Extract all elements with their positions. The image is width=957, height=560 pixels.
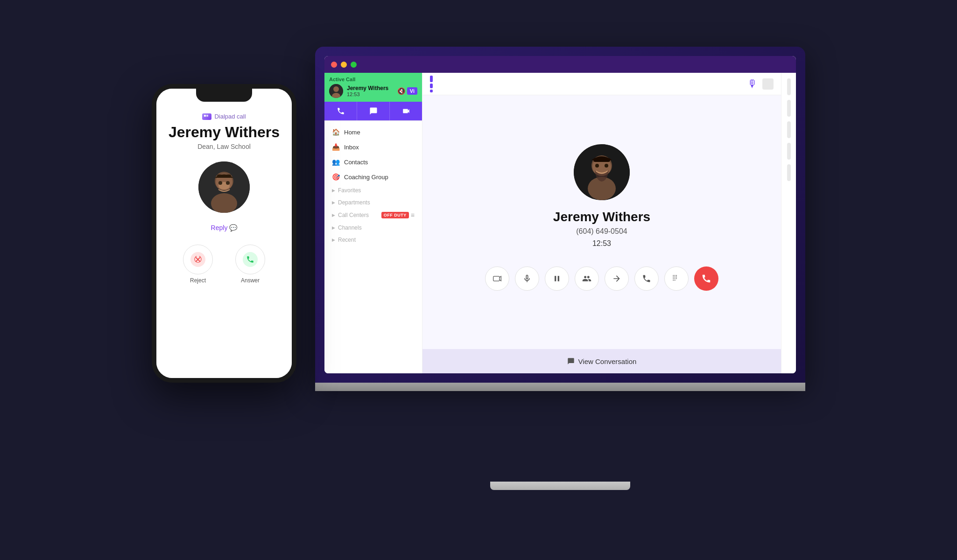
svg-rect-19 bbox=[593, 158, 610, 162]
active-call-actions: 🔇 Vi bbox=[397, 87, 417, 95]
view-conversation-btn[interactable]: View Conversation bbox=[422, 349, 781, 373]
sidebar-action-buttons bbox=[324, 102, 422, 121]
coaching-icon: 🎯 bbox=[332, 173, 339, 181]
mute-icon[interactable]: 🔇 bbox=[397, 87, 405, 95]
swap-button[interactable] bbox=[634, 266, 659, 291]
phone-caller-name: Jeremy Withers bbox=[169, 124, 280, 141]
laptop-device: Active Call Jer bbox=[315, 47, 805, 490]
right-panel-item bbox=[787, 100, 791, 117]
svg-point-11 bbox=[333, 86, 339, 92]
add-user-button[interactable] bbox=[575, 266, 599, 291]
active-call-avatar bbox=[329, 84, 343, 98]
right-panel-toggle[interactable] bbox=[762, 78, 774, 90]
keypad-button[interactable] bbox=[664, 266, 689, 291]
section-recent: ▶ Recent bbox=[324, 234, 422, 246]
favorites-arrow: ▶ bbox=[332, 188, 335, 193]
main-caller-name: Jeremy Withers bbox=[553, 210, 650, 224]
svg-rect-1 bbox=[206, 115, 208, 117]
hold-button[interactable] bbox=[545, 266, 569, 291]
svg-rect-0 bbox=[204, 115, 206, 117]
main-header: 🎙 bbox=[422, 73, 781, 95]
answer-btn-group: Answer bbox=[235, 245, 265, 284]
laptop-body: Active Call Jer bbox=[315, 47, 805, 383]
close-button[interactable] bbox=[331, 62, 337, 68]
sidebar-item-home[interactable]: 🏠 Home bbox=[324, 125, 422, 140]
svg-point-18 bbox=[605, 164, 608, 168]
phone-caller-title: Dean, Law School bbox=[197, 143, 251, 150]
sidebar-item-coaching[interactable]: 🎯 Coaching Group bbox=[324, 169, 422, 184]
active-call-label: Active Call bbox=[329, 77, 417, 82]
answer-button[interactable] bbox=[235, 245, 265, 274]
brand-label: Dialpad call bbox=[214, 113, 246, 120]
maximize-button[interactable] bbox=[351, 62, 357, 68]
active-call-banner: Active Call Jer bbox=[324, 73, 422, 102]
active-call-info: Jeremy Withers 12:53 bbox=[347, 85, 394, 97]
call-button[interactable] bbox=[324, 102, 357, 120]
phone-brand: Dialpad call bbox=[202, 113, 246, 120]
mic-icon[interactable]: 🎙 bbox=[747, 78, 758, 90]
reject-icon bbox=[190, 252, 205, 267]
message-button[interactable] bbox=[357, 102, 390, 120]
answer-label: Answer bbox=[241, 277, 260, 284]
section-favorites: ▶ Favorites bbox=[324, 184, 422, 196]
video-button[interactable] bbox=[390, 102, 422, 120]
mute-button[interactable] bbox=[515, 266, 539, 291]
caller-avatar-large bbox=[574, 144, 630, 200]
end-call-button[interactable] bbox=[694, 266, 718, 291]
inbox-icon: 📥 bbox=[332, 143, 339, 151]
reply-label: Reply bbox=[211, 224, 228, 231]
coaching-label: Coaching Group bbox=[344, 174, 388, 181]
sidebar-item-contacts[interactable]: 👥 Contacts bbox=[324, 154, 422, 169]
laptop-hinge bbox=[315, 383, 805, 391]
sidebar: Active Call Jer bbox=[324, 73, 422, 373]
call-centers-menu-icon[interactable]: ≡ bbox=[411, 211, 415, 219]
sidebar-nav: 🏠 Home 📥 Inbox 👥 Contacts bbox=[324, 121, 422, 250]
home-icon: 🏠 bbox=[332, 128, 339, 136]
svg-point-7 bbox=[218, 181, 222, 185]
record-button[interactable] bbox=[485, 266, 509, 291]
bars-icon bbox=[430, 76, 433, 92]
minimize-button[interactable] bbox=[341, 62, 347, 68]
sidebar-item-inbox[interactable]: 📥 Inbox bbox=[324, 140, 422, 154]
svg-point-8 bbox=[226, 181, 230, 185]
answer-icon bbox=[243, 252, 258, 267]
view-conversation-label: View Conversation bbox=[578, 357, 637, 365]
reply-icon: 💬 bbox=[229, 224, 237, 231]
active-call-time: 12:53 bbox=[347, 91, 394, 97]
channels-label: Channels bbox=[338, 224, 362, 231]
active-call-name: Jeremy Withers bbox=[347, 85, 394, 91]
right-panel-item bbox=[787, 164, 791, 181]
contacts-label: Contacts bbox=[344, 159, 368, 166]
phone-notch bbox=[196, 89, 252, 102]
reject-btn-group: Reject bbox=[183, 245, 213, 284]
section-departments: ▶ Departments bbox=[324, 196, 422, 209]
app-content: Active Call Jer bbox=[324, 73, 796, 373]
right-panel bbox=[781, 73, 796, 373]
laptop-screen: Active Call Jer bbox=[324, 56, 796, 373]
right-panel-item bbox=[787, 78, 791, 95]
call-controls bbox=[485, 266, 718, 291]
phone-device: Dialpad call Jeremy Withers Dean, Law Sc… bbox=[152, 84, 296, 383]
main-call-timer: 12:53 bbox=[592, 239, 611, 248]
reject-label: Reject bbox=[190, 277, 206, 284]
active-call-row: Jeremy Withers 12:53 🔇 Vi bbox=[329, 84, 417, 98]
departments-label: Departments bbox=[338, 199, 370, 206]
recent-label: Recent bbox=[338, 237, 356, 243]
right-panel-item bbox=[787, 143, 791, 160]
phone-action-buttons: Reject Answer bbox=[183, 245, 265, 284]
laptop-titlebar bbox=[324, 56, 796, 73]
call-centers-arrow: ▶ bbox=[332, 213, 335, 217]
svg-point-4 bbox=[211, 193, 237, 213]
main-caller-phone: (604) 649-0504 bbox=[576, 227, 627, 236]
dialpad-logo bbox=[202, 113, 211, 120]
main-call-area: 🎙 bbox=[422, 73, 781, 373]
phone-screen: Dialpad call Jeremy Withers Dean, Law Sc… bbox=[156, 89, 292, 378]
reject-button[interactable] bbox=[183, 245, 213, 274]
phone-reply-btn[interactable]: Reply 💬 bbox=[211, 224, 238, 231]
section-call-centers: ▶ Call Centers OFF DUTY ≡ bbox=[324, 209, 422, 222]
channels-arrow: ▶ bbox=[332, 225, 335, 230]
transfer-button[interactable] bbox=[605, 266, 629, 291]
section-channels: ▶ Channels bbox=[324, 222, 422, 234]
vi-badge[interactable]: Vi bbox=[407, 87, 417, 95]
home-label: Home bbox=[344, 129, 360, 136]
